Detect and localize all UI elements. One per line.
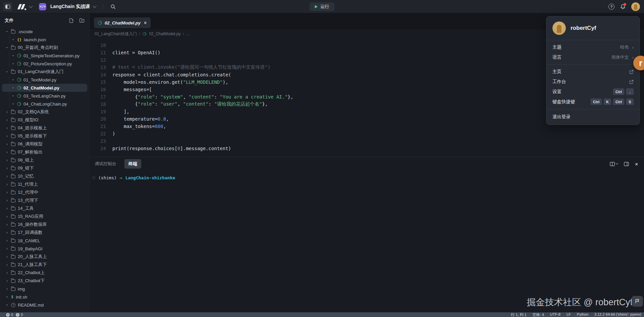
chevron-right-icon[interactable] [5,198,9,202]
close-panel-icon[interactable]: × [635,161,638,167]
chevron-right-icon[interactable] [5,247,9,251]
chevron-right-icon[interactable] [5,150,9,154]
menu-item-主题[interactable]: 主题暗色› [546,42,640,52]
tree-item-file[interactable]: 01_TextModel.py [2,76,87,84]
editor-tab-02-chatmodel[interactable]: 02_ChatModel.py × [94,17,151,28]
tree-item-folder[interactable]: 08_链上 [2,156,87,164]
chevron-right-icon[interactable] [5,239,9,243]
tree-item-folder[interactable]: 06_调用模型 [2,140,87,148]
tree-item-folder[interactable]: 18_CAMEL [2,237,87,245]
chevron-right-icon[interactable] [5,255,9,259]
tree-item-folder[interactable]: 22_Chatbot上 [2,269,87,277]
errors-icon[interactable]: × [6,313,10,317]
chevron-down-icon[interactable] [5,46,9,50]
chevron-right-icon[interactable] [5,271,9,275]
tree-item-file[interactable]: 01_SimpleTextGeneration.py [2,52,87,60]
chevron-right-icon[interactable] [5,214,9,218]
tree-item-folder[interactable]: 21_人脉工具下 [2,261,87,269]
chevron-right-icon[interactable] [5,182,9,186]
tree-item-folder[interactable]: 09_链下 [2,164,87,172]
breadcrumb-item[interactable]: 02_ChatModel.py [149,31,180,36]
statusbar-item[interactable]: Python [577,312,588,317]
tab-debug-console[interactable]: 调试控制台 [95,161,116,167]
tree-item-folder[interactable]: 13_代理下 [2,196,87,204]
chevron-right-icon[interactable] [5,190,9,194]
chevron-right-icon[interactable] [5,134,9,138]
menu-item-主页[interactable]: 主页 [546,67,640,77]
warnings-icon[interactable]: ! [16,313,19,317]
chevron-down-icon[interactable] [5,29,9,34]
tree-item-folder[interactable]: 11_代理上 [2,180,87,188]
tree-item-folder[interactable]: img [2,285,87,293]
search-icon[interactable] [110,4,116,9]
menu-item-设置[interactable]: 设置Ctrl. [546,87,640,97]
notifications-bell-icon[interactable] [620,4,626,10]
close-tab-icon[interactable]: × [144,20,147,25]
statusbar-item[interactable]: 行 1, 列 1 [511,312,526,317]
app-logo[interactable] [17,3,26,10]
breadcrumb-item[interactable]: 01_LangChain快速入门 [95,31,137,37]
tree-item-folder[interactable]: 03_模型IO [2,116,87,124]
feedback-flag-button[interactable] [632,296,643,307]
tree-item-folder[interactable]: 20_人脉工具上 [2,253,87,261]
tree-item-file[interactable]: 02_PictureDescription.py [2,60,87,68]
tree-item-file[interactable]: $init.sh [2,293,87,301]
chevron-right-icon[interactable] [5,287,9,291]
tree-item-folder[interactable]: 15_RAG应用 [2,212,87,220]
run-button[interactable]: 运行 [310,2,335,11]
chevron-right-icon[interactable] [5,174,9,178]
tree-item-folder[interactable]: 10_记忆 [2,172,87,180]
project-name[interactable]: LangChain 实战课 [50,4,90,10]
chevron-right-icon[interactable] [5,126,9,130]
warnings-count[interactable]: 0 [21,313,23,317]
breadcrumb-item[interactable]: ... [186,31,190,36]
statusbar-item[interactable]: 空格: 4 [533,312,544,317]
avatar[interactable] [631,2,640,11]
menu-item-工作台[interactable]: 工作台 [546,77,640,87]
terminal-content[interactable]: (shims) → LangChain-shizhanke [90,171,644,180]
chevron-right-icon[interactable] [5,158,9,162]
tree-item-file[interactable]: 02_ChatModel.py [2,84,87,92]
tree-item-folder[interactable]: 01_LangChain快速入门 [2,68,87,76]
chevron-right-icon[interactable] [5,223,9,227]
tree-item-folder[interactable]: 17_回调函数 [2,229,87,237]
new-file-button[interactable] [69,18,74,23]
chevron-right-icon[interactable] [5,166,9,170]
tree-item-file[interactable]: 03_TextLangChain.py [2,92,87,100]
sidebar-toggle-button[interactable] [3,2,12,11]
tree-item-folder[interactable]: 04_提示模板上 [2,124,87,132]
split-terminal-button[interactable] [610,162,618,166]
tree-item-folder[interactable]: 05_提示模板下 [2,132,87,140]
chevron-right-icon[interactable] [5,142,9,146]
tree-item-file[interactable]: ?README.md [2,301,87,309]
chevron-down-icon[interactable] [93,4,97,8]
statusbar-item[interactable]: UTF-8 [550,312,560,317]
new-folder-button[interactable] [79,18,85,23]
tree-item-folder[interactable]: 12_代理中 [2,188,87,196]
tree-item-folder[interactable]: 23_Chatbot下 [2,277,87,285]
menu-item-退出登录[interactable]: 退出登录 [546,111,640,123]
chevron-right-icon[interactable] [5,263,9,267]
tab-terminal[interactable]: 终端 [124,159,141,169]
tree-item-file[interactable]: 04_ChatLongChain.py [2,100,87,108]
menu-item-键盘快捷键[interactable]: 键盘快捷键CtrlKCtrlS [546,97,640,107]
tree-item-folder[interactable]: 19_BabyAGI [2,245,87,253]
tree-item-folder[interactable]: 02_文档QA系统 [2,108,87,116]
chevron-right-icon[interactable] [5,118,9,122]
statusbar-item[interactable]: 3.12.2 64-bit ('shims': pyenv) [594,312,641,317]
chevron-down-icon[interactable] [29,4,33,8]
chevron-down-icon[interactable] [5,70,9,74]
tree-item-folder[interactable]: .vscode [2,27,87,36]
maximize-panel-button[interactable] [624,162,629,166]
chevron-right-icon[interactable] [5,231,9,235]
chevron-right-icon[interactable] [5,206,9,210]
statusbar-item[interactable]: LF [567,312,571,317]
tree-item-folder[interactable]: 14_工具 [2,204,87,212]
tree-item-folder[interactable]: 16_操作数据库 [2,220,87,229]
errors-count[interactable]: 0 [11,313,13,317]
tree-item-folder[interactable]: 00_开篇词_奇点时刻 [2,44,87,52]
chevron-right-icon[interactable] [5,110,9,114]
help-icon[interactable]: ? [608,4,614,10]
tree-item-file[interactable]: {}launch.json [2,36,87,44]
chevron-right-icon[interactable] [5,279,9,283]
